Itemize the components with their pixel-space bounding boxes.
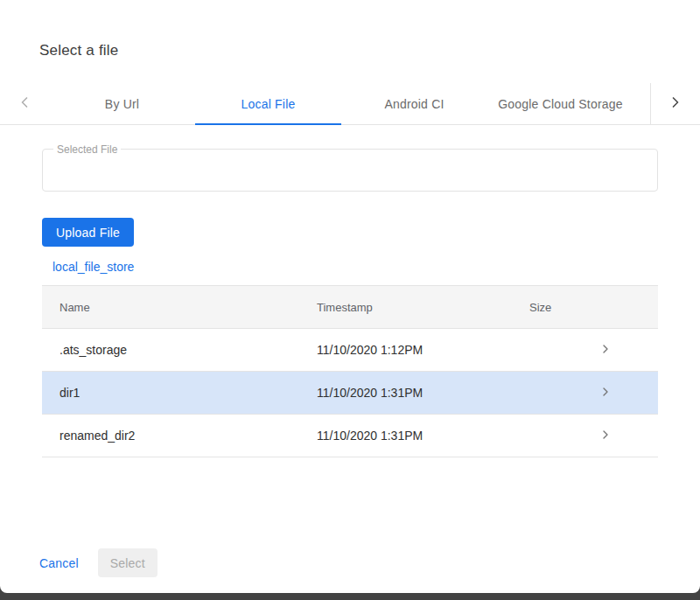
file-name: renamed_dir2 <box>42 429 299 443</box>
tab-label: By Url <box>105 97 139 111</box>
header-name: Name <box>42 301 299 314</box>
file-timestamp: 11/10/2020 1:12PM <box>299 343 512 357</box>
dialog-footer: Cancel Select <box>39 548 158 577</box>
table-row[interactable]: renamed_dir2 11/10/2020 1:31PM <box>42 415 658 457</box>
tab-local-file[interactable]: Local File <box>195 83 341 124</box>
local-file-store-link[interactable]: local_file_store <box>52 260 134 274</box>
tab-bar: By Url Local File Android CI Google Clou… <box>0 83 700 125</box>
header-timestamp: Timestamp <box>299 301 512 314</box>
tabs-scroll-left-button[interactable] <box>0 83 49 124</box>
chevron-right-icon <box>598 342 612 359</box>
tab-android-ci[interactable]: Android CI <box>341 83 487 124</box>
tab-by-url[interactable]: By Url <box>49 83 195 124</box>
chevron-left-icon <box>16 94 33 114</box>
file-name: dir1 <box>42 386 299 400</box>
tab-label: Google Cloud Storage <box>498 97 623 111</box>
chevron-right-icon <box>598 385 612 401</box>
open-directory-button[interactable] <box>592 336 620 364</box>
tab-panel-local-file: Selected File Upload File local_file_sto… <box>0 149 700 457</box>
table-header-row: Name Timestamp Size <box>42 285 658 329</box>
tabs-scroll-right-button[interactable] <box>651 83 700 124</box>
open-directory-button[interactable] <box>592 379 620 407</box>
header-size: Size <box>512 301 553 314</box>
tab-label: Local File <box>242 97 296 111</box>
file-table: Name Timestamp Size .ats_storage 11/10/2… <box>42 285 658 457</box>
file-name: .ats_storage <box>42 343 299 357</box>
table-row[interactable]: dir1 11/10/2020 1:31PM <box>42 372 658 415</box>
tab-google-cloud-storage[interactable]: Google Cloud Storage <box>487 83 634 124</box>
selected-file-label: Selected File <box>53 143 121 156</box>
cancel-button[interactable]: Cancel <box>39 556 79 570</box>
chevron-right-icon <box>598 428 612 444</box>
file-timestamp: 11/10/2020 1:31PM <box>299 386 512 400</box>
table-row[interactable]: .ats_storage 11/10/2020 1:12PM <box>42 329 658 372</box>
select-file-dialog: Select a file By Url Local File Android … <box>0 0 700 593</box>
dialog-title: Select a file <box>0 0 700 59</box>
selected-file-input[interactable] <box>43 150 657 191</box>
selected-file-field: Selected File <box>42 149 658 192</box>
file-timestamp: 11/10/2020 1:31PM <box>299 429 512 443</box>
tab-list: By Url Local File Android CI Google Clou… <box>49 83 634 124</box>
open-directory-button[interactable] <box>592 422 620 450</box>
select-button[interactable]: Select <box>98 548 158 577</box>
tab-label: Android CI <box>384 97 444 111</box>
upload-file-button[interactable]: Upload File <box>42 218 134 247</box>
chevron-right-icon <box>667 94 684 114</box>
